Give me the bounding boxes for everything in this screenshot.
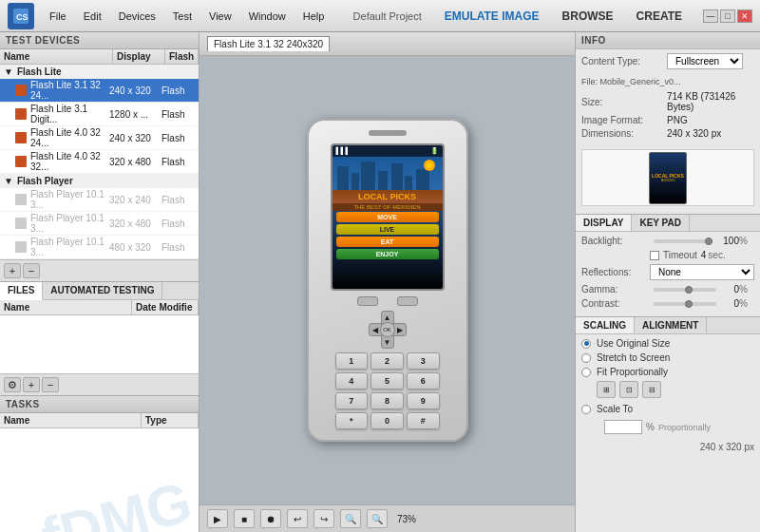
device-row[interactable]: Flash Player 10.1 3... 320 x 240 Flash [0, 188, 199, 212]
window-controls: — □ ✕ [703, 10, 752, 23]
menu-help[interactable]: Help [295, 8, 332, 25]
menu-view[interactable]: View [201, 8, 239, 25]
device-row[interactable]: Flash Player 10.1 3... 320 x 480 Flash [0, 212, 199, 236]
dimensions-bottom: 240 x 320 px [576, 438, 760, 454]
device-icon [15, 108, 27, 120]
screen-btn-move[interactable]: MOVE [336, 212, 439, 222]
gamma-thumb[interactable] [685, 286, 693, 294]
screen-btn-eat[interactable]: EAT [336, 237, 439, 247]
menu-window[interactable]: Window [241, 8, 294, 25]
device-row[interactable]: Flash Lite 4.0 32 24... 240 x 320 Flash [0, 126, 199, 150]
add-device-button[interactable]: + [4, 263, 21, 278]
key-5[interactable]: 5 [370, 372, 404, 390]
scaling-icons: ⊞ ⊡ ⊟ [597, 381, 754, 398]
tab-keypad[interactable]: KEY PAD [632, 215, 690, 231]
flash-player-group[interactable]: ▼ Flash Player [0, 174, 199, 188]
reflections-label: Reflections: [581, 267, 650, 277]
timeout-checkbox[interactable] [650, 251, 659, 260]
key-2[interactable]: 2 [370, 352, 404, 370]
scaling-content: Use Original Size Stretch to Screen Fit … [576, 334, 760, 438]
gamma-label: Gamma: [581, 284, 650, 294]
tab-auto-testing[interactable]: AUTOMATED TESTING [43, 282, 162, 299]
key-4[interactable]: 4 [335, 372, 369, 390]
flash-lite-group[interactable]: ▼ Flash Lite [0, 65, 199, 79]
dpad-right[interactable]: ▶ [393, 323, 407, 336]
close-button[interactable]: ✕ [737, 10, 752, 23]
key-9[interactable]: 9 [407, 392, 440, 409]
device-icon [15, 194, 27, 205]
files-remove-button[interactable]: − [42, 377, 59, 392]
tab-scaling[interactable]: SCALING [576, 317, 635, 333]
remove-device-button[interactable]: − [23, 263, 40, 278]
files-settings-button[interactable]: ⚙ [4, 377, 21, 392]
device-list: ▼ Flash Lite Flash Lite 3.1 32 24... 240… [0, 65, 199, 259]
play-button[interactable]: ▶ [207, 509, 228, 528]
backlight-slider[interactable] [654, 239, 712, 243]
info-header: INFO [576, 32, 760, 49]
use-original-radio[interactable] [581, 339, 591, 349]
menu-edit[interactable]: Edit [76, 8, 109, 25]
phone-device: ▌▌▌ 🔋 [307, 119, 468, 442]
scale-icon-3[interactable]: ⊟ [642, 381, 661, 398]
tab-alignment[interactable]: ALIGNMENT [635, 317, 707, 333]
device-row[interactable]: Flash Lite 3.1 Digit... 1280 x ... Flash [0, 103, 199, 126]
left-softkey[interactable] [357, 296, 378, 306]
dimensions-value: 240 x 320 px [667, 128, 754, 139]
contrast-thumb[interactable] [685, 300, 693, 308]
menu-devices[interactable]: Devices [111, 8, 163, 25]
create-button[interactable]: CREATE [627, 6, 692, 27]
record-button[interactable]: ⏺ [260, 509, 281, 528]
minimize-button[interactable]: — [703, 10, 718, 23]
key-0[interactable]: 0 [370, 412, 404, 429]
tab-display[interactable]: DISPLAY [576, 215, 632, 231]
scale-to-row: Scale To [581, 404, 754, 414]
device-name: Flash Lite 4.0 32 24... [30, 127, 109, 148]
device-row[interactable]: Flash Player 10.1 3... 480 x 320 Flash [0, 236, 199, 259]
key-7[interactable]: 7 [335, 392, 369, 409]
backlight-thumb[interactable] [705, 238, 712, 245]
scale-to-input-row: % Proportionally [581, 418, 754, 434]
scale-icon-1[interactable]: ⊞ [597, 381, 616, 398]
rewind-button[interactable]: ↩ [287, 509, 308, 528]
info-extra: Size: 714 KB (731426 Bytes) Image Format… [576, 87, 760, 145]
screen-btn-enjoy[interactable]: ENJOY [336, 249, 439, 259]
forward-button[interactable]: ↪ [314, 509, 334, 528]
maximize-button[interactable]: □ [720, 10, 735, 23]
dpad-down[interactable]: ▼ [381, 335, 394, 349]
scale-icon-2[interactable]: ⊡ [619, 381, 638, 398]
menu-test[interactable]: Test [165, 8, 200, 25]
key-star[interactable]: * [335, 412, 369, 429]
contrast-slider[interactable] [654, 302, 716, 306]
stretch-radio[interactable] [581, 353, 591, 363]
files-add-button[interactable]: + [23, 377, 40, 392]
content-type-select[interactable]: Fullscreen [667, 53, 743, 69]
scale-to-radio[interactable] [581, 405, 591, 414]
stop-button[interactable]: ■ [234, 509, 255, 528]
backlight-value: 100 [716, 236, 739, 246]
devices-toolbar: + − [0, 259, 199, 281]
menu-file[interactable]: File [42, 8, 74, 25]
screen-btn-live[interactable]: LIVE [336, 224, 439, 235]
display-content: Backlight: 100 % Timeout 4 sec. Reflecti… [576, 232, 760, 316]
zoom-out-button[interactable]: 🔍 [340, 509, 361, 528]
scale-to-input[interactable] [604, 420, 642, 434]
emulate-image-button[interactable]: EMULATE IMAGE [435, 6, 549, 27]
right-softkey[interactable] [397, 296, 418, 306]
key-6[interactable]: 6 [407, 372, 440, 390]
device-row[interactable]: Flash Lite 4.0 32 32... 320 x 480 Flash [0, 150, 199, 174]
browse-button[interactable]: BROWSE [553, 6, 623, 27]
key-8[interactable]: 8 [370, 392, 404, 409]
device-row[interactable]: Flash Lite 3.1 32 24... 240 x 320 Flash [0, 79, 199, 103]
key-hash[interactable]: # [407, 412, 440, 429]
reflections-select[interactable]: None [650, 264, 754, 280]
device-name: Flash Player 10.1 3... [30, 237, 109, 257]
active-device-tab[interactable]: Flash Lite 3.1 32 240x320 [207, 36, 330, 51]
tab-files[interactable]: FILES [0, 282, 43, 300]
gamma-slider[interactable] [654, 288, 716, 292]
zoom-in-button[interactable]: 🔍 [367, 509, 388, 528]
scale-to-label: Scale To [597, 404, 633, 414]
key-3[interactable]: 3 [407, 352, 440, 370]
fit-prop-radio[interactable] [581, 368, 591, 377]
key-1[interactable]: 1 [335, 352, 369, 370]
dpad-center[interactable]: OK [380, 322, 395, 337]
